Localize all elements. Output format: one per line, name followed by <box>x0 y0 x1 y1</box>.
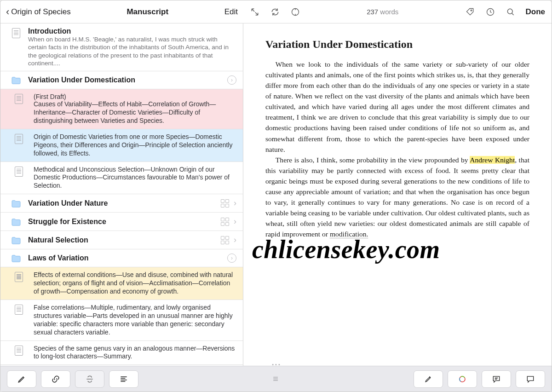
doc-synopsis: False correlations—Multiple, rudimentary… <box>34 304 236 337</box>
search-icon[interactable] <box>506 7 516 17</box>
outline-document[interactable]: IntroductionWhen on board H.M.S. 'Beagle… <box>0 23 243 71</box>
doc-subtitle: (First Draft) <box>34 93 236 100</box>
outline-folder[interactable]: Variation Under Nature› <box>0 194 243 213</box>
svg-point-1 <box>471 10 472 11</box>
pencil-button[interactable] <box>7 370 36 388</box>
folder-title: Variation Under Domestication <box>28 76 227 84</box>
done-button[interactable]: Done <box>526 7 546 17</box>
highlighter-button[interactable] <box>414 370 443 388</box>
doc-synopsis: Methodical and Unconscious Selection—Unk… <box>34 166 236 190</box>
folder-icon <box>4 254 28 263</box>
disclosure-icon[interactable]: › <box>227 75 236 85</box>
folder-icon <box>4 217 28 226</box>
outline-folder[interactable]: Laws of Variation› <box>0 249 243 267</box>
edit-button[interactable]: Edit <box>224 7 238 17</box>
app-window: ‹ Origin of Species Manuscript Edit 237 <box>0 0 552 392</box>
outline-folder[interactable]: Natural Selection› <box>0 231 243 249</box>
document-icon <box>4 27 28 38</box>
folder-icon <box>4 75 28 85</box>
comment-lines-button[interactable] <box>482 370 511 388</box>
document-icon <box>4 345 34 356</box>
chevron-right-icon[interactable]: › <box>234 235 236 245</box>
arrow-out-icon[interactable] <box>250 7 260 17</box>
doc-synopsis: When on board H.M.S. 'Beagle,' as natura… <box>28 35 236 67</box>
doc-synopsis: Species of the same genus vary in an ana… <box>34 345 236 361</box>
outline-document[interactable]: (First Draft)Causes of Variability—Effec… <box>0 89 243 129</box>
svg-point-3 <box>507 9 512 14</box>
sync-icon[interactable] <box>270 7 280 17</box>
chevron-right-icon[interactable]: › <box>234 217 236 226</box>
folder-title: Laws of Variation <box>28 254 227 262</box>
bottom-toolbar: • • • ≡ <box>0 366 552 392</box>
document-icon <box>4 166 34 177</box>
folder-title: Struggle for Existence <box>28 218 221 226</box>
comment-button[interactable] <box>516 370 545 388</box>
top-toolbar-left: ‹ Origin of Species Manuscript Edit <box>0 0 243 23</box>
folder-icon <box>4 236 28 245</box>
back-label: Origin of Species <box>11 7 70 17</box>
doc-synopsis: Origin of Domestic Varieties from one or… <box>34 133 236 158</box>
page-title: Manuscript <box>71 7 224 17</box>
document-view[interactable]: Variation Under Domestication When we lo… <box>243 23 552 366</box>
grid-icon[interactable] <box>221 218 229 226</box>
document-icon <box>4 133 34 144</box>
chevron-right-icon[interactable]: › <box>234 198 236 208</box>
drag-handle-icon[interactable]: • • • <box>272 362 280 367</box>
color-button[interactable] <box>448 370 477 388</box>
tag-icon[interactable] <box>465 7 475 17</box>
outline-panel[interactable]: IntroductionWhen on board H.M.S. 'Beagle… <box>0 23 243 366</box>
document-body: When we look to the individuals of the s… <box>265 59 529 239</box>
doc-title: Introduction <box>28 27 236 35</box>
word-count-unit: words <box>380 8 398 16</box>
document-icon <box>4 304 34 315</box>
doc-synopsis: Causes of Variability—Effects of Habit—C… <box>34 100 236 125</box>
link-button[interactable] <box>41 370 70 388</box>
highlighted-text: Andrew Knight <box>470 156 515 164</box>
document-paragraph: When we look to the individuals of the s… <box>265 59 529 155</box>
outline-document[interactable]: Species of the same genus vary in an ana… <box>0 341 243 365</box>
outline-document[interactable]: Origin of Domestic Varieties from one or… <box>0 129 243 162</box>
top-toolbar: ‹ Origin of Species Manuscript Edit 237 <box>0 0 552 23</box>
history-icon[interactable] <box>485 7 495 17</box>
word-count-number: 237 <box>367 8 378 16</box>
document-icon <box>4 271 34 282</box>
outline-document[interactable]: Effects of external conditions—Use and d… <box>0 267 243 300</box>
outline-folder[interactable]: Struggle for Existence› <box>0 213 243 231</box>
word-count[interactable]: 237 words <box>367 8 398 16</box>
folder-icon <box>4 199 28 208</box>
back-button[interactable]: ‹ Origin of Species <box>6 6 71 18</box>
document-icon <box>4 93 34 104</box>
document-paragraph: There is also, I think, some probability… <box>265 155 529 240</box>
grip-icon[interactable]: ≡ <box>273 374 279 384</box>
grid-icon[interactable] <box>221 236 229 244</box>
outline-document[interactable]: False correlations—Multiple, rudimentary… <box>0 300 243 341</box>
target-icon[interactable] <box>290 7 300 17</box>
linked-text[interactable]: modification. <box>330 230 368 238</box>
doc-synopsis: Effects of external conditions—Use and d… <box>34 271 236 296</box>
main-area: IntroductionWhen on board H.M.S. 'Beagle… <box>0 23 552 366</box>
strikethrough-button[interactable] <box>75 370 104 388</box>
top-toolbar-right: 237 words Done <box>243 0 552 23</box>
chevron-left-icon: ‹ <box>6 6 9 18</box>
disclosure-icon[interactable]: › <box>227 254 236 263</box>
outline-folder[interactable]: Variation Under Domestication› <box>0 71 243 89</box>
align-button[interactable] <box>109 370 138 388</box>
grid-icon[interactable] <box>221 199 229 208</box>
document-title: Variation Under Domestication <box>265 38 529 51</box>
folder-title: Natural Selection <box>28 236 221 244</box>
folder-title: Variation Under Nature <box>28 199 221 208</box>
outline-document[interactable]: Methodical and Unconscious Selection—Unk… <box>0 162 243 195</box>
